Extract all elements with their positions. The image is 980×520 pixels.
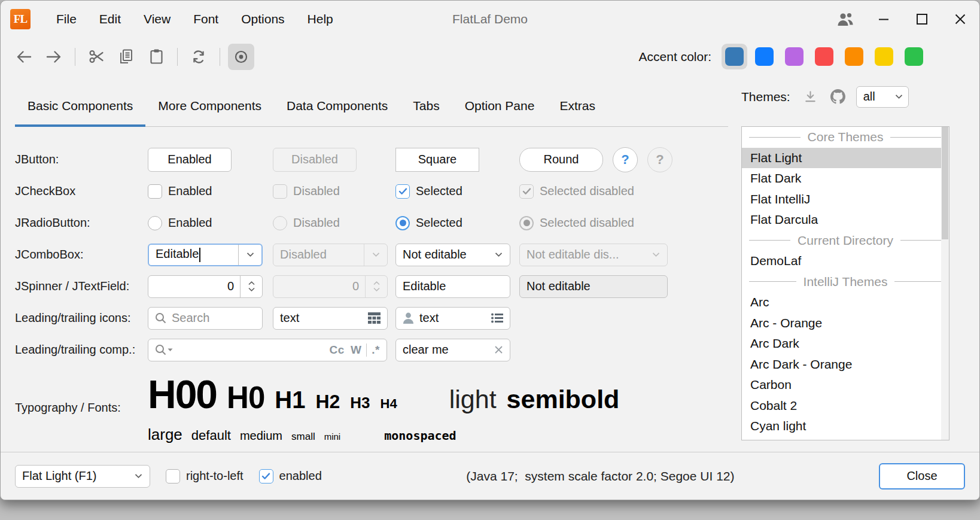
- users-icon[interactable]: [826, 4, 865, 35]
- chevron-down-icon[interactable]: [238, 245, 261, 265]
- accent-swatch-red[interactable]: [811, 44, 837, 69]
- list-icon[interactable]: [491, 313, 503, 323]
- tab-more-components[interactable]: More Components: [145, 99, 274, 126]
- radio-selected[interactable]: [395, 216, 410, 230]
- clear-icon[interactable]: [494, 345, 503, 354]
- cut-icon[interactable]: [83, 44, 109, 70]
- theme-item-carbon[interactable]: Carbon: [742, 375, 949, 396]
- help-button[interactable]: ?: [613, 147, 638, 172]
- show-hidden-eye-icon[interactable]: [228, 44, 254, 70]
- whole-word-button[interactable]: W: [351, 343, 361, 357]
- checkbox-enabled[interactable]: [148, 184, 162, 199]
- close-button[interactable]: Close: [879, 463, 965, 489]
- menu-file[interactable]: File: [45, 7, 88, 31]
- clear-me-value: clear me: [403, 343, 449, 357]
- refresh-icon[interactable]: [185, 44, 212, 70]
- theme-item-cobalt-2[interactable]: Cobalt 2: [742, 396, 949, 416]
- spinner-disabled-value: 0: [273, 279, 365, 293]
- rtl-checkbox-group[interactable]: right-to-left: [166, 469, 244, 483]
- accent-swatch-blue[interactable]: [751, 44, 777, 69]
- tab-basic-components[interactable]: Basic Components: [15, 99, 145, 126]
- radio-enabled[interactable]: [148, 216, 162, 230]
- leading-trailing-icons-row: Leading/trailing icons: Search text: [15, 302, 741, 334]
- title-bar: FL File Edit View Font Options Help Flat…: [1, 1, 979, 38]
- maximize-button[interactable]: [903, 4, 941, 35]
- tab-tabs[interactable]: Tabs: [400, 99, 452, 126]
- chevron-down-icon: [644, 244, 667, 266]
- combobox-not-editable[interactable]: Not editable: [395, 244, 510, 266]
- theme-item-cyan-light[interactable]: Cyan light: [742, 416, 949, 437]
- checkbox-disabled-label: Disabled: [293, 184, 340, 198]
- rtl-checkbox[interactable]: [166, 469, 180, 483]
- checkbox-selected[interactable]: [395, 184, 410, 199]
- accent-swatch-purple[interactable]: [781, 44, 807, 69]
- combobox-editable-value: Editable: [156, 247, 199, 260]
- enabled-checkbox[interactable]: [259, 469, 273, 483]
- themes-scrollbar[interactable]: [941, 127, 949, 440]
- jbutton-label: JButton:: [15, 153, 148, 166]
- typography-row: Typography / Fonts: H00 H0 H1 H2 H3 H4 l…: [15, 372, 741, 444]
- accent-swatch-orange[interactable]: [841, 44, 867, 69]
- menu-view[interactable]: View: [132, 7, 182, 31]
- h2-sample: H2: [315, 391, 340, 413]
- search-input[interactable]: Search: [148, 307, 263, 330]
- menu-edit[interactable]: Edit: [88, 7, 132, 31]
- chevron-down-icon: [890, 87, 908, 107]
- search-icon: [155, 312, 166, 324]
- table-icon[interactable]: [368, 312, 381, 324]
- theme-item-dark-flat[interactable]: Dark Flat: [742, 437, 949, 441]
- accent-swatch-yellow[interactable]: [871, 44, 897, 69]
- laf-combobox-value: Flat Light (F1): [16, 469, 127, 483]
- paste-icon[interactable]: [143, 44, 169, 70]
- menu-help[interactable]: Help: [296, 7, 345, 31]
- back-icon[interactable]: [11, 44, 37, 70]
- text-field-value: text: [419, 311, 439, 325]
- regex-button[interactable]: .*: [372, 343, 380, 357]
- accent-swatch-default[interactable]: [722, 44, 747, 69]
- theme-item-flat-darcula[interactable]: Flat Darcula: [742, 209, 949, 230]
- search-with-options-input[interactable]: Cc W .*: [148, 339, 387, 361]
- enabled-checkbox-group[interactable]: enabled: [259, 469, 322, 483]
- tab-option-pane[interactable]: Option Pane: [452, 99, 547, 126]
- textfield-editable[interactable]: Editable: [395, 275, 510, 298]
- combobox-editable[interactable]: Editable: [148, 244, 263, 266]
- github-icon[interactable]: [830, 89, 845, 104]
- laf-combobox[interactable]: Flat Light (F1): [15, 465, 150, 488]
- chevron-down-icon: [487, 244, 510, 266]
- theme-item-flat-light[interactable]: Flat Light: [742, 148, 949, 169]
- theme-item-arc[interactable]: Arc: [742, 292, 949, 313]
- themes-list[interactable]: Core Themes Flat Light Flat Dark Flat In…: [741, 126, 949, 440]
- square-button[interactable]: Square: [395, 148, 479, 172]
- theme-item-arc-dark[interactable]: Arc Dark: [742, 333, 949, 354]
- scrollbar-thumb[interactable]: [942, 127, 948, 239]
- accent-swatch-green[interactable]: [901, 44, 927, 69]
- search-dropdown-icon[interactable]: [155, 344, 173, 355]
- theme-item-arc-dark-orange[interactable]: Arc Dark - Orange: [742, 354, 949, 375]
- minimize-button[interactable]: [865, 4, 903, 35]
- spinner[interactable]: 0: [148, 275, 263, 298]
- spinner-value[interactable]: 0: [148, 279, 240, 293]
- spinner-arrows[interactable]: [240, 276, 262, 297]
- accent-color-zone: Accent color:: [639, 44, 979, 69]
- close-window-button[interactable]: [941, 4, 979, 35]
- tab-extras[interactable]: Extras: [547, 99, 608, 126]
- theme-item-demolaf[interactable]: DemoLaf: [742, 251, 949, 272]
- theme-item-flat-dark[interactable]: Flat Dark: [742, 168, 949, 189]
- round-button[interactable]: Round: [519, 148, 603, 172]
- text-field-table-icon[interactable]: text: [273, 307, 388, 330]
- forward-icon[interactable]: [41, 44, 67, 70]
- tab-data-components[interactable]: Data Components: [274, 99, 400, 126]
- enabled-button[interactable]: Enabled: [148, 148, 232, 172]
- theme-item-flat-intellij[interactable]: Flat IntelliJ: [742, 189, 949, 210]
- clear-me-input[interactable]: clear me: [395, 339, 510, 361]
- search-placeholder: Search: [172, 311, 209, 325]
- copy-icon[interactable]: [113, 44, 139, 70]
- text-field-user-list[interactable]: text: [395, 307, 510, 330]
- download-icon[interactable]: [804, 90, 817, 104]
- menu-font[interactable]: Font: [182, 7, 230, 31]
- themes-filter-combobox[interactable]: all: [856, 86, 909, 108]
- toolbar-separator: [75, 48, 75, 66]
- match-case-button[interactable]: Cc: [330, 343, 345, 357]
- theme-item-arc-orange[interactable]: Arc - Orange: [742, 313, 949, 334]
- menu-options[interactable]: Options: [230, 7, 296, 31]
